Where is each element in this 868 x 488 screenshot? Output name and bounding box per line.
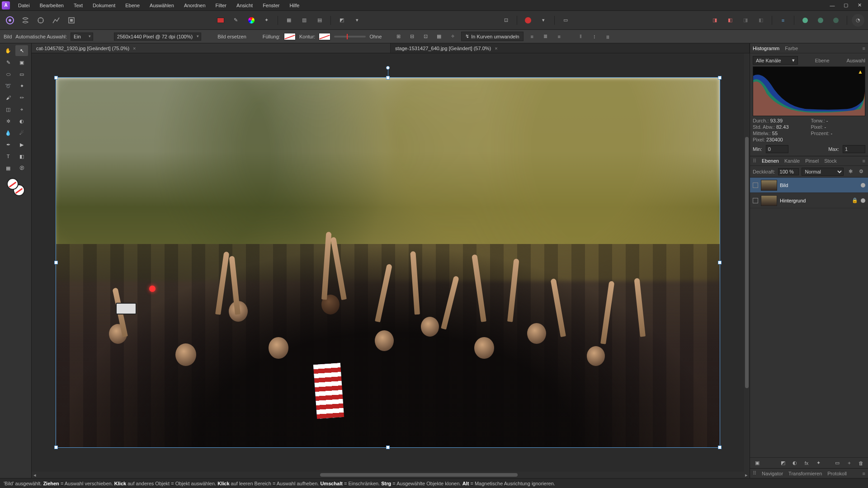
stroke-width-slider[interactable]: [334, 36, 366, 38]
horizontal-scrollbar[interactable]: ◂ ▸: [32, 472, 750, 478]
menu-ebene[interactable]: Ebene: [121, 1, 144, 9]
live-filter-icon[interactable]: ✦: [814, 459, 823, 468]
resize-handle-tr[interactable]: [718, 76, 722, 80]
resize-handle-mr[interactable]: [718, 261, 722, 264]
account-icon[interactable]: ◔: [852, 14, 864, 27]
gradient-tool-icon[interactable]: ◧: [15, 151, 28, 162]
crop-tool2-icon[interactable]: ▣: [15, 57, 28, 68]
arrange-back-icon[interactable]: ◧: [724, 14, 736, 27]
document-tab-1[interactable]: cat-1045782_1920.jpg [Geändert] (75.0%) …: [32, 43, 391, 53]
live-preview-icon[interactable]: ▭: [559, 14, 572, 27]
menu-fenster[interactable]: Fenster: [258, 1, 284, 9]
swatch-red-icon[interactable]: [214, 14, 227, 27]
persona-liquify-icon[interactable]: [19, 14, 32, 27]
eyedropper-alt-icon[interactable]: ✎: [230, 14, 242, 27]
hand-tool-icon[interactable]: ✋: [2, 45, 14, 56]
menu-hilfe[interactable]: Hilfe: [285, 1, 304, 9]
distribute-v-icon[interactable]: ⫶: [590, 32, 599, 42]
quick-mask-dropdown-icon[interactable]: ▾: [351, 14, 363, 27]
histogram-layer-button[interactable]: Ebene: [815, 58, 830, 63]
resize-handle-bm[interactable]: [386, 446, 390, 449]
add-layer-icon[interactable]: ＋: [844, 459, 854, 468]
menu-dokument[interactable]: Dokument: [88, 1, 120, 9]
adjustment-layer-icon[interactable]: ◐: [790, 459, 799, 468]
minimize-button[interactable]: —: [826, 1, 839, 9]
histogram-selection-button[interactable]: Auswahl: [846, 58, 865, 63]
edit-all-layers-icon[interactable]: ▣: [753, 459, 762, 468]
panel-menu-icon[interactable]: ≡: [863, 471, 865, 476]
assistant-icon[interactable]: [522, 14, 534, 27]
freehand-select-icon[interactable]: ➰: [2, 80, 14, 91]
menu-filter[interactable]: Filter: [211, 1, 231, 9]
color-swatches[interactable]: [7, 178, 25, 196]
persona-export-icon[interactable]: [65, 14, 78, 27]
text-tool-icon[interactable]: T: [2, 151, 14, 162]
align-left-icon[interactable]: ≡: [527, 32, 537, 42]
transform-mode-icon[interactable]: ✧: [448, 32, 458, 42]
move-tool-icon[interactable]: ↖: [15, 45, 28, 56]
persona-tone-icon[interactable]: [50, 14, 62, 27]
canvas-viewport[interactable]: [32, 53, 744, 472]
arrange-forward-icon[interactable]: ◨: [739, 14, 752, 27]
align-right-icon[interactable]: ≡: [554, 32, 564, 42]
menu-anordnen[interactable]: Anordnen: [179, 1, 210, 9]
paint-brush-icon[interactable]: 🖌: [2, 92, 14, 103]
assistant-dropdown-icon[interactable]: ▾: [537, 14, 550, 27]
flood-select-icon[interactable]: ✦: [15, 80, 28, 91]
layer-fx-icon[interactable]: ✻: [846, 165, 854, 178]
quick-mask-icon[interactable]: ◩: [335, 14, 348, 27]
blend-mode-dropdown[interactable]: Normal: [802, 168, 844, 176]
fill-swatch[interactable]: [284, 33, 296, 40]
layer-checkbox[interactable]: [753, 198, 758, 203]
tab-stock[interactable]: Stock: [824, 158, 837, 164]
tab-histogram[interactable]: Histogramm: [753, 46, 779, 51]
resize-handle-ml[interactable]: [54, 261, 58, 264]
auto-contrast-icon[interactable]: ✦: [260, 14, 273, 27]
maximize-button[interactable]: ▢: [839, 1, 853, 9]
replace-image-button[interactable]: Bild ersetzen: [217, 34, 246, 39]
sync-cloud-icon[interactable]: [830, 14, 842, 27]
distribute-h-icon[interactable]: ⫴: [576, 32, 586, 42]
max-input[interactable]: [843, 145, 865, 153]
close-button[interactable]: ✕: [853, 1, 866, 9]
cycle-select-icon[interactable]: ▦: [434, 32, 444, 42]
dodge-tool-icon[interactable]: ◐: [15, 116, 28, 127]
size-info-dropdown[interactable]: 2560x1440 Pixel @ 72 dpi (100%): [114, 33, 201, 41]
fx-layer-icon[interactable]: fx: [802, 459, 811, 468]
menu-text[interactable]: Text: [69, 1, 87, 9]
layer-cog-icon[interactable]: ⚙: [857, 165, 865, 178]
lock-children-icon[interactable]: ⊞: [393, 32, 403, 42]
resize-handle-tm[interactable]: [386, 76, 390, 80]
stroke-swatch[interactable]: [319, 33, 330, 40]
panel-grip-icon[interactable]: ⠿: [753, 470, 756, 476]
layer-item-hintergrund[interactable]: Hintergrund 🔒: [750, 193, 868, 208]
resize-handle-bl[interactable]: [54, 446, 58, 449]
align-center-icon[interactable]: ≣: [541, 32, 551, 42]
group-layer-icon[interactable]: ▭: [833, 459, 842, 468]
align-icon[interactable]: ≡: [777, 14, 789, 27]
menu-bearbeiten[interactable]: Bearbeiten: [35, 1, 68, 9]
sync-add-icon[interactable]: [799, 14, 811, 27]
node-tool-icon[interactable]: ✎: [2, 57, 14, 68]
panel-grip-icon[interactable]: ⠿: [753, 158, 756, 164]
transform-origin-icon[interactable]: ⊡: [420, 32, 430, 42]
menu-auswaehlen[interactable]: Auswählen: [145, 1, 179, 9]
persona-photo-icon[interactable]: [4, 14, 16, 27]
tab-farbe[interactable]: Farbe: [785, 46, 798, 51]
layer-item-bild[interactable]: Bild: [750, 178, 868, 193]
selection-brush-icon[interactable]: ⬭: [2, 69, 14, 80]
clone-tool-icon[interactable]: ⌖: [15, 104, 28, 115]
convert-to-curves-button[interactable]: ↯In Kurven umwandeln: [461, 32, 523, 41]
selection-overlay-icon[interactable]: ▦: [283, 14, 295, 27]
lock-icon[interactable]: 🔒: [852, 197, 858, 203]
resize-handle-br[interactable]: [718, 446, 722, 449]
delete-layer-icon[interactable]: 🗑: [856, 459, 865, 468]
eyedropper-tool-icon[interactable]: ⦿: [15, 163, 28, 174]
color-wheel-icon[interactable]: [245, 14, 258, 27]
tab-navigator[interactable]: Navigator: [762, 471, 783, 476]
layer-checkbox[interactable]: [753, 183, 758, 188]
channel-dropdown[interactable]: Alle Kanäle▾: [753, 56, 798, 65]
inpaint-tool-icon[interactable]: ✲: [2, 116, 14, 127]
tab-kanaele[interactable]: Kanäle: [784, 158, 800, 164]
opacity-input[interactable]: [778, 168, 799, 175]
